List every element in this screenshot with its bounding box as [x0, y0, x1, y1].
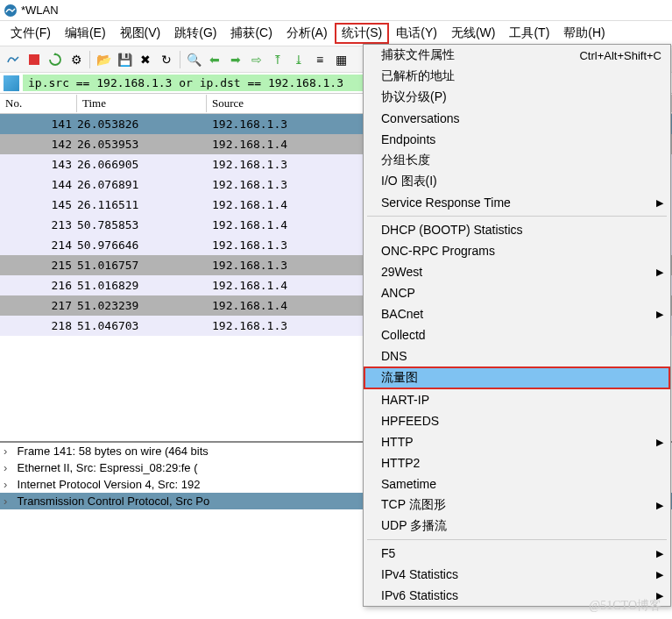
menu-item[interactable]: 协议分级(P) — [364, 87, 670, 108]
menu-item[interactable]: HART-IP — [364, 389, 670, 410]
menu-7[interactable]: 电话(Y) — [389, 23, 444, 44]
menu-item[interactable]: DHCP (BOOTP) Statistics — [364, 219, 670, 240]
save-icon[interactable]: 💾 — [115, 50, 134, 69]
menu-item[interactable]: HTTP▶ — [364, 431, 670, 452]
stop-capture-icon[interactable] — [25, 50, 44, 69]
menu-item[interactable]: Sametime — [364, 473, 670, 494]
svg-point-0 — [4, 4, 17, 17]
open-icon[interactable]: 📂 — [94, 50, 113, 69]
colorize-icon[interactable]: ▦ — [331, 50, 350, 69]
filter-bookmark-icon[interactable] — [4, 75, 19, 91]
svg-rect-1 — [29, 54, 39, 65]
goto-first-icon[interactable]: ⤒ — [268, 50, 287, 69]
menu-item[interactable]: I/O 图表(I) — [364, 171, 670, 192]
menu-item[interactable]: ANCP — [364, 282, 670, 303]
menu-item[interactable]: 捕获文件属性Ctrl+Alt+Shift+C — [364, 45, 670, 66]
restart-capture-icon[interactable] — [46, 50, 65, 69]
menu-1[interactable]: 编辑(E) — [58, 23, 113, 44]
menu-8[interactable]: 无线(W) — [444, 23, 503, 44]
close-icon[interactable]: ✖ — [136, 50, 155, 69]
menu-item[interactable]: DNS — [364, 345, 670, 366]
menu-item[interactable]: 已解析的地址 — [364, 66, 670, 87]
wireshark-icon — [4, 4, 18, 18]
goto-last-icon[interactable]: ⤓ — [289, 50, 308, 69]
menu-item[interactable]: BACnet▶ — [364, 303, 670, 324]
window-title: *WLAN — [21, 4, 59, 17]
titlebar: *WLAN — [0, 0, 672, 21]
find-icon[interactable]: 🔍 — [184, 50, 203, 69]
menu-item[interactable]: IPv4 Statistics▶ — [364, 564, 670, 585]
menu-item[interactable]: 流量图 — [364, 366, 670, 389]
menu-2[interactable]: 视图(V) — [113, 23, 168, 44]
reload-icon[interactable]: ↻ — [157, 50, 176, 69]
back-icon[interactable]: ⬅ — [205, 50, 224, 69]
menu-4[interactable]: 捕获(C) — [223, 23, 279, 44]
menu-item[interactable]: F5▶ — [364, 543, 670, 564]
menu-item[interactable]: ONC-RPC Programs — [364, 240, 670, 261]
options-icon[interactable]: ⚙ — [67, 50, 86, 69]
menu-item[interactable]: 分组长度 — [364, 150, 670, 171]
menu-item[interactable]: Service Response Time▶ — [364, 192, 670, 213]
menubar: 文件(F)编辑(E)视图(V)跳转(G)捕获(C)分析(A)统计(S)电话(Y)… — [0, 21, 672, 46]
forward-icon[interactable]: ➡ — [226, 50, 245, 69]
menu-6[interactable]: 统计(S) — [335, 23, 390, 44]
col-time[interactable]: Time — [77, 95, 207, 112]
statistics-menu-dropdown: 捕获文件属性Ctrl+Alt+Shift+C已解析的地址协议分级(P)Conve… — [363, 44, 671, 607]
menu-item[interactable]: HPFEEDS — [364, 410, 670, 431]
jump-icon[interactable]: ⇨ — [247, 50, 266, 69]
menu-item[interactable]: Conversations — [364, 108, 670, 129]
menu-5[interactable]: 分析(A) — [279, 23, 335, 44]
menu-item[interactable]: Collectd — [364, 324, 670, 345]
menu-item[interactable]: Endpoints — [364, 129, 670, 150]
start-capture-icon[interactable] — [4, 50, 23, 69]
menu-item[interactable]: UDP 多播流 — [364, 516, 670, 537]
menu-item[interactable]: TCP 流图形▶ — [364, 494, 670, 516]
autoscroll-icon[interactable]: ≡ — [310, 50, 329, 69]
menu-item[interactable]: 29West▶ — [364, 261, 670, 282]
menu-10[interactable]: 帮助(H) — [556, 23, 612, 44]
watermark: @51CTO博客 — [589, 598, 661, 614]
col-no[interactable]: No. — [0, 95, 77, 112]
menu-3[interactable]: 跳转(G) — [167, 23, 223, 44]
menu-0[interactable]: 文件(F) — [4, 23, 58, 44]
menu-9[interactable]: 工具(T) — [502, 23, 556, 44]
menu-item[interactable]: HTTP2 — [364, 452, 670, 473]
